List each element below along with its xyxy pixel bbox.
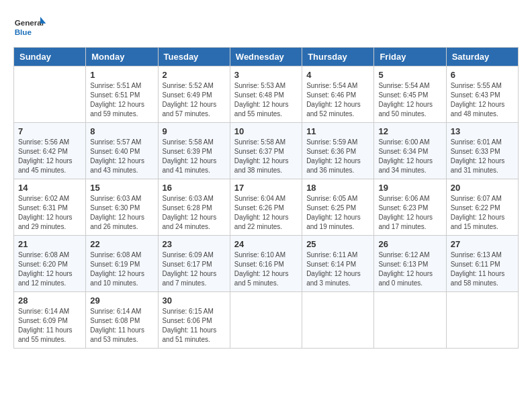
day-number: 27 xyxy=(451,239,514,249)
day-info: Sunrise: 6:14 AM Sunset: 6:09 PM Dayligh… xyxy=(18,307,81,345)
calendar-week-2: 7Sunrise: 5:56 AM Sunset: 6:42 PM Daylig… xyxy=(14,123,519,179)
calendar-cell: 5Sunrise: 5:54 AM Sunset: 6:45 PM Daylig… xyxy=(374,66,446,123)
calendar-week-4: 21Sunrise: 6:08 AM Sunset: 6:20 PM Dayli… xyxy=(14,236,519,292)
day-number: 4 xyxy=(306,70,369,80)
day-header-monday: Monday xyxy=(86,48,158,66)
day-number: 10 xyxy=(234,126,298,136)
calendar-cell: 21Sunrise: 6:08 AM Sunset: 6:20 PM Dayli… xyxy=(14,236,86,292)
day-info: Sunrise: 6:07 AM Sunset: 6:22 PM Dayligh… xyxy=(451,194,514,232)
calendar-cell: 29Sunrise: 6:14 AM Sunset: 6:08 PM Dayli… xyxy=(86,292,158,349)
calendar-cell xyxy=(446,292,518,349)
day-info: Sunrise: 6:02 AM Sunset: 6:31 PM Dayligh… xyxy=(18,194,81,232)
calendar-cell: 24Sunrise: 6:10 AM Sunset: 6:16 PM Dayli… xyxy=(230,236,302,292)
day-info: Sunrise: 5:55 AM Sunset: 6:43 PM Dayligh… xyxy=(451,81,514,119)
calendar-cell: 20Sunrise: 6:07 AM Sunset: 6:22 PM Dayli… xyxy=(446,179,518,236)
day-info: Sunrise: 5:56 AM Sunset: 6:42 PM Dayligh… xyxy=(18,138,81,175)
calendar-body: 1Sunrise: 5:51 AM Sunset: 6:51 PM Daylig… xyxy=(14,66,519,349)
day-info: Sunrise: 6:13 AM Sunset: 6:11 PM Dayligh… xyxy=(451,250,514,288)
day-number: 24 xyxy=(234,239,298,249)
calendar-cell: 22Sunrise: 6:08 AM Sunset: 6:19 PM Dayli… xyxy=(86,236,158,292)
logo-icon: GeneralBlue xyxy=(13,13,47,40)
day-info: Sunrise: 6:05 AM Sunset: 6:25 PM Dayligh… xyxy=(306,194,369,232)
calendar-cell: 17Sunrise: 6:04 AM Sunset: 6:26 PM Dayli… xyxy=(230,179,302,236)
calendar-cell: 3Sunrise: 5:53 AM Sunset: 6:48 PM Daylig… xyxy=(230,66,302,123)
day-number: 1 xyxy=(90,70,153,80)
day-number: 29 xyxy=(90,295,153,306)
calendar-table: SundayMondayTuesdayWednesdayThursdayFrid… xyxy=(13,47,519,349)
calendar-cell xyxy=(302,292,374,349)
day-info: Sunrise: 5:58 AM Sunset: 6:37 PM Dayligh… xyxy=(234,138,298,175)
day-info: Sunrise: 6:08 AM Sunset: 6:20 PM Dayligh… xyxy=(18,250,81,288)
calendar-header-row: SundayMondayTuesdayWednesdayThursdayFrid… xyxy=(14,48,519,66)
day-info: Sunrise: 5:53 AM Sunset: 6:48 PM Dayligh… xyxy=(234,81,298,119)
day-header-tuesday: Tuesday xyxy=(158,48,230,66)
day-number: 25 xyxy=(306,239,369,249)
day-info: Sunrise: 6:06 AM Sunset: 6:23 PM Dayligh… xyxy=(378,194,441,232)
day-info: Sunrise: 5:58 AM Sunset: 6:39 PM Dayligh… xyxy=(163,138,226,175)
day-info: Sunrise: 5:52 AM Sunset: 6:49 PM Dayligh… xyxy=(163,81,226,119)
day-info: Sunrise: 6:09 AM Sunset: 6:17 PM Dayligh… xyxy=(163,250,226,288)
day-info: Sunrise: 6:04 AM Sunset: 6:26 PM Dayligh… xyxy=(234,194,298,232)
calendar-cell: 30Sunrise: 6:15 AM Sunset: 6:06 PM Dayli… xyxy=(158,292,230,349)
day-number: 22 xyxy=(90,239,153,249)
day-number: 13 xyxy=(451,126,514,136)
svg-marker-2 xyxy=(40,17,46,24)
day-info: Sunrise: 5:54 AM Sunset: 6:46 PM Dayligh… xyxy=(306,81,369,119)
day-info: Sunrise: 6:10 AM Sunset: 6:16 PM Dayligh… xyxy=(234,250,298,288)
day-info: Sunrise: 6:01 AM Sunset: 6:33 PM Dayligh… xyxy=(451,138,514,175)
calendar-cell: 28Sunrise: 6:14 AM Sunset: 6:09 PM Dayli… xyxy=(14,292,86,349)
day-info: Sunrise: 6:14 AM Sunset: 6:08 PM Dayligh… xyxy=(90,307,153,345)
calendar-cell: 11Sunrise: 5:59 AM Sunset: 6:36 PM Dayli… xyxy=(302,123,374,179)
svg-text:General: General xyxy=(15,18,44,27)
day-number: 17 xyxy=(234,183,298,193)
calendar-cell: 10Sunrise: 5:58 AM Sunset: 6:37 PM Dayli… xyxy=(230,123,302,179)
calendar-cell: 7Sunrise: 5:56 AM Sunset: 6:42 PM Daylig… xyxy=(14,123,86,179)
day-number: 15 xyxy=(90,183,153,193)
day-number: 14 xyxy=(18,183,81,193)
calendar-cell: 25Sunrise: 6:11 AM Sunset: 6:14 PM Dayli… xyxy=(302,236,374,292)
day-number: 23 xyxy=(163,239,226,249)
calendar-cell: 13Sunrise: 6:01 AM Sunset: 6:33 PM Dayli… xyxy=(446,123,518,179)
calendar-cell xyxy=(374,292,446,349)
day-number: 19 xyxy=(378,183,441,193)
page-header: GeneralBlue xyxy=(13,13,519,40)
svg-text:Blue: Blue xyxy=(15,28,32,36)
day-number: 18 xyxy=(306,183,369,193)
calendar-cell: 18Sunrise: 6:05 AM Sunset: 6:25 PM Dayli… xyxy=(302,179,374,236)
day-info: Sunrise: 5:59 AM Sunset: 6:36 PM Dayligh… xyxy=(306,138,369,175)
calendar-cell: 2Sunrise: 5:52 AM Sunset: 6:49 PM Daylig… xyxy=(158,66,230,123)
day-header-wednesday: Wednesday xyxy=(230,48,302,66)
day-header-sunday: Sunday xyxy=(14,48,86,66)
calendar-cell: 16Sunrise: 6:03 AM Sunset: 6:28 PM Dayli… xyxy=(158,179,230,236)
calendar-cell: 9Sunrise: 5:58 AM Sunset: 6:39 PM Daylig… xyxy=(158,123,230,179)
day-info: Sunrise: 5:57 AM Sunset: 6:40 PM Dayligh… xyxy=(90,138,153,175)
day-header-friday: Friday xyxy=(374,48,446,66)
day-info: Sunrise: 6:03 AM Sunset: 6:30 PM Dayligh… xyxy=(90,194,153,232)
day-number: 28 xyxy=(18,295,81,306)
day-info: Sunrise: 6:11 AM Sunset: 6:14 PM Dayligh… xyxy=(306,250,369,288)
day-info: Sunrise: 5:51 AM Sunset: 6:51 PM Dayligh… xyxy=(90,81,153,119)
calendar-cell: 15Sunrise: 6:03 AM Sunset: 6:30 PM Dayli… xyxy=(86,179,158,236)
day-number: 20 xyxy=(451,183,514,193)
calendar-week-5: 28Sunrise: 6:14 AM Sunset: 6:09 PM Dayli… xyxy=(14,292,519,349)
day-info: Sunrise: 6:03 AM Sunset: 6:28 PM Dayligh… xyxy=(163,194,226,232)
day-number: 30 xyxy=(163,295,226,306)
day-header-saturday: Saturday xyxy=(446,48,518,66)
day-number: 21 xyxy=(18,239,81,249)
day-info: Sunrise: 5:54 AM Sunset: 6:45 PM Dayligh… xyxy=(378,81,441,119)
day-number: 11 xyxy=(306,126,369,136)
calendar-week-1: 1Sunrise: 5:51 AM Sunset: 6:51 PM Daylig… xyxy=(14,66,519,123)
calendar-cell: 8Sunrise: 5:57 AM Sunset: 6:40 PM Daylig… xyxy=(86,123,158,179)
day-info: Sunrise: 6:00 AM Sunset: 6:34 PM Dayligh… xyxy=(378,138,441,175)
day-number: 5 xyxy=(378,70,441,80)
day-number: 3 xyxy=(234,70,298,80)
calendar-cell: 12Sunrise: 6:00 AM Sunset: 6:34 PM Dayli… xyxy=(374,123,446,179)
calendar-cell: 19Sunrise: 6:06 AM Sunset: 6:23 PM Dayli… xyxy=(374,179,446,236)
calendar-cell: 6Sunrise: 5:55 AM Sunset: 6:43 PM Daylig… xyxy=(446,66,518,123)
calendar-cell: 26Sunrise: 6:12 AM Sunset: 6:13 PM Dayli… xyxy=(374,236,446,292)
calendar-cell: 4Sunrise: 5:54 AM Sunset: 6:46 PM Daylig… xyxy=(302,66,374,123)
day-header-thursday: Thursday xyxy=(302,48,374,66)
calendar-cell: 27Sunrise: 6:13 AM Sunset: 6:11 PM Dayli… xyxy=(446,236,518,292)
day-number: 8 xyxy=(90,126,153,136)
calendar-week-3: 14Sunrise: 6:02 AM Sunset: 6:31 PM Dayli… xyxy=(14,179,519,236)
